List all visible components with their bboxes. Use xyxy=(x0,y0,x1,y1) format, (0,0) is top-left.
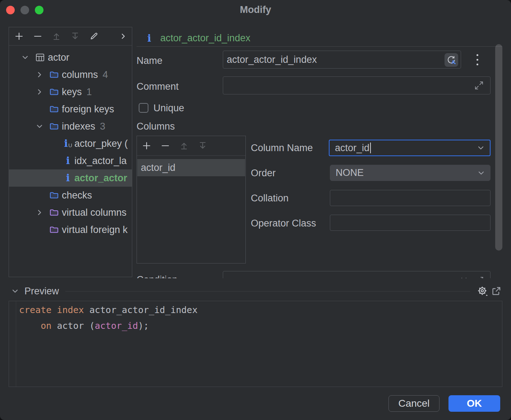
column-name-label: Column Name xyxy=(251,141,313,154)
unique-index-icon xyxy=(64,139,72,148)
index-icon xyxy=(64,174,72,182)
virtual-folder-icon xyxy=(49,208,59,217)
unique-label: Unique xyxy=(153,102,184,115)
move-down-icon xyxy=(70,31,80,41)
name-label: Name xyxy=(137,54,162,67)
edit-pencil-icon[interactable] xyxy=(89,31,99,41)
open-in-new-window-icon[interactable] xyxy=(490,285,502,297)
tree-item-columns[interactable]: columns 4 xyxy=(9,66,132,83)
sql-preview-editor[interactable]: create index actor_actor_id_index on act… xyxy=(9,301,502,387)
column-name-value: actor_id xyxy=(330,143,369,154)
comment-label: Comment xyxy=(137,80,179,93)
virtual-folder-icon xyxy=(49,225,59,234)
folder-icon xyxy=(49,191,59,200)
folder-icon xyxy=(49,122,59,131)
object-header: actor_actor_id_index xyxy=(137,30,502,47)
text-caret xyxy=(370,143,371,153)
order-combobox[interactable]: NONE xyxy=(330,165,491,181)
tree-item-label: virtual columns xyxy=(62,207,126,218)
chevron-right-icon[interactable] xyxy=(35,208,44,217)
rename-refactor-icon[interactable]: A xyxy=(445,53,458,67)
tree-item-table-actor[interactable]: actor xyxy=(9,49,132,66)
chevron-right-icon[interactable] xyxy=(35,88,44,96)
tree-item-label: foreign keys xyxy=(62,104,114,115)
remove-icon[interactable] xyxy=(160,141,170,151)
cancel-button[interactable]: Cancel xyxy=(388,395,439,412)
tree-item-label: indexes xyxy=(62,121,95,132)
tree-item-label: checks xyxy=(62,190,92,201)
table-icon xyxy=(35,53,45,62)
chevron-down-icon[interactable] xyxy=(35,122,44,131)
ok-button[interactable]: OK xyxy=(448,395,500,412)
chevron-down-icon[interactable] xyxy=(11,287,19,295)
window-title: Modify xyxy=(0,4,511,15)
tree-item-label: actor_pkey ( xyxy=(74,138,128,149)
preview-header: Preview xyxy=(9,284,502,299)
move-down-icon xyxy=(198,141,208,151)
tree-item-index-actor-actor-id-index[interactable]: actor_actor xyxy=(9,169,132,187)
unique-checkbox[interactable] xyxy=(139,103,148,113)
collation-input[interactable] xyxy=(330,190,491,206)
tree-item-keys[interactable]: keys 1 xyxy=(9,83,132,101)
tree-item-checks[interactable]: checks xyxy=(9,187,132,204)
folder-icon xyxy=(49,70,59,79)
order-label: Order xyxy=(251,167,276,179)
title-bar: Modify xyxy=(0,0,511,20)
expand-editor-icon[interactable] xyxy=(475,276,484,278)
columns-section-label: Columns xyxy=(137,120,175,133)
modify-dialog: Modify acto xyxy=(0,0,511,420)
tree-item-label: actor_actor xyxy=(74,173,127,184)
add-icon[interactable] xyxy=(142,141,152,151)
operator-class-input[interactable] xyxy=(330,215,491,231)
tree-item-count: 1 xyxy=(87,87,92,98)
column-name-combobox[interactable]: actor_id xyxy=(329,140,491,156)
tree-item-index-idx-actor-last-name[interactable]: idx_actor_la xyxy=(9,152,132,169)
code-line: on actor (actor_id); xyxy=(19,321,149,331)
operator-class-label: Operator Class xyxy=(251,217,316,230)
column-list-item-selected[interactable]: actor_id xyxy=(137,159,245,176)
index-icon xyxy=(64,157,72,165)
editor-gutter xyxy=(9,301,16,387)
preview-label: Preview xyxy=(24,286,59,297)
columns-toolbar xyxy=(137,136,245,156)
expand-panel-chevron-icon[interactable] xyxy=(118,31,128,41)
tree-item-label: idx_actor_la xyxy=(74,155,127,167)
chevron-down-icon xyxy=(460,276,468,278)
object-title: actor_actor_id_index xyxy=(160,33,250,44)
index-icon xyxy=(147,34,156,43)
code-line: create index actor_actor_id_index xyxy=(19,305,198,315)
object-tree-panel: actor columns 4 keys 1 foreign keys inde… xyxy=(9,27,132,277)
tree-toolbar xyxy=(9,27,132,46)
chevron-down-icon[interactable] xyxy=(21,53,29,62)
tree-item-virtual-columns[interactable]: virtual columns xyxy=(9,204,132,221)
index-columns-panel: actor_id xyxy=(137,136,246,263)
tree-item-label: columns xyxy=(62,69,98,80)
tree-item-label: actor xyxy=(48,52,69,63)
chevron-down-icon xyxy=(477,169,485,177)
expand-editor-icon[interactable] xyxy=(474,80,484,91)
svg-text:A: A xyxy=(452,59,455,65)
chevron-down-icon xyxy=(477,144,485,151)
chevron-right-icon[interactable] xyxy=(35,70,44,79)
kebab-menu-icon[interactable] xyxy=(475,51,480,69)
tree-item-count: 3 xyxy=(100,121,105,132)
folder-icon xyxy=(49,104,59,114)
tree-item-index-actor-pkey[interactable]: actor_pkey ( xyxy=(9,135,132,152)
divider xyxy=(65,291,470,291)
tree-item-indexes[interactable]: indexes 3 xyxy=(9,118,132,135)
condition-combobox[interactable] xyxy=(223,271,491,278)
comment-input[interactable] xyxy=(223,76,491,94)
tree-item-virtual-foreign-keys[interactable]: virtual foreign k xyxy=(9,221,132,238)
tree-item-foreign-keys[interactable]: foreign keys xyxy=(9,101,132,118)
remove-icon[interactable] xyxy=(33,31,43,41)
index-edit-form: Name A Comment Unique Columns xyxy=(137,47,502,278)
folder-icon xyxy=(49,87,59,97)
add-icon[interactable] xyxy=(14,31,24,41)
tree-item-label: keys xyxy=(62,87,82,98)
tree-item-label: virtual foreign k xyxy=(62,224,128,235)
move-up-icon xyxy=(51,31,61,41)
tree-item-count: 4 xyxy=(103,69,108,80)
gear-icon[interactable] xyxy=(477,285,489,297)
name-input[interactable] xyxy=(223,51,461,69)
vertical-scrollbar[interactable] xyxy=(495,44,502,251)
